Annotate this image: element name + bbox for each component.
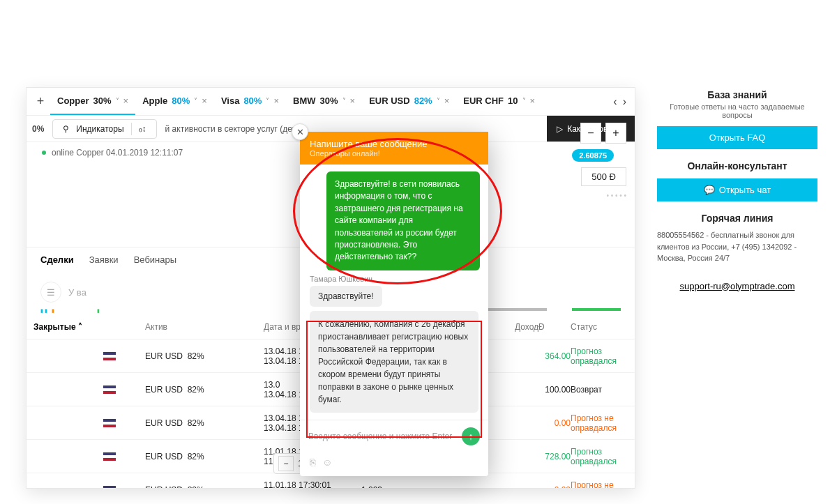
price-badge: 2.60875: [572, 149, 614, 162]
qty-minus-button[interactable]: −: [580, 123, 601, 144]
close-icon[interactable]: ×: [350, 96, 356, 106]
chat-title: Напишите ваше сообщение: [310, 139, 478, 149]
chat-operator-greeting: Здравствуйте!: [310, 286, 382, 307]
asset-tabs: + Copper 30% ˅ ×Apple 80% ˅ ×Visa 80% ˅ …: [27, 88, 635, 116]
col-asset: Актив: [145, 322, 264, 332]
settings-icon: ₀↕: [139, 124, 146, 134]
asset-tab-apple[interactable]: Apple 80% ˅ ×: [135, 88, 214, 115]
col-closed[interactable]: Закрытые ˄: [33, 322, 103, 332]
col-status: Статус: [571, 322, 635, 332]
indicators-label: Индикаторы: [76, 124, 123, 134]
tabs-prev-button[interactable]: ‹: [613, 96, 617, 108]
chat-avatar-icon: ☰: [40, 282, 61, 303]
open-chat-button[interactable]: 💬Открыть чат: [657, 178, 817, 201]
help-sidebar: База знаний Готовые ответы на часто зада…: [657, 89, 817, 291]
consult-title: Онлайн-консультант: [657, 160, 817, 171]
open-faq-button[interactable]: Открыть FAQ: [657, 126, 817, 149]
tf-minus[interactable]: −: [278, 456, 294, 471]
close-icon[interactable]: ×: [444, 96, 450, 106]
chevron-down-icon: ˅: [522, 97, 526, 105]
hotline-title: Горячая линия: [657, 213, 817, 224]
asset-tab-eur-usd[interactable]: EUR USD 82% ˅ ×: [362, 88, 456, 115]
online-status: online Copper 04.01.2019 12:11:07: [52, 148, 183, 158]
chat-input[interactable]: Введите сообщение и нажмите Enter: [308, 432, 456, 441]
amount-input[interactable]: 500 Đ: [581, 167, 626, 186]
trend-down-icon: ↘: [417, 485, 515, 489]
chat-user-message: Здравствуйте! в сети появилась информаци…: [326, 171, 480, 270]
dots: • • • • •: [606, 192, 626, 199]
zero-pct: 0%: [27, 124, 50, 134]
chevron-down-icon: ˅: [437, 97, 440, 105]
chevron-down-icon: ˅: [194, 97, 197, 105]
flag-icon: [103, 385, 116, 394]
chat-icon: 💬: [704, 185, 715, 195]
chevron-down-icon: ˅: [342, 97, 346, 105]
flag-icon: [103, 352, 116, 360]
close-icon[interactable]: ×: [530, 96, 536, 106]
close-icon[interactable]: ×: [123, 96, 129, 106]
support-email-link[interactable]: support-ru@olymptrade.com: [657, 281, 817, 291]
asset-tab-bmw[interactable]: BMW 30% ˅ ×: [286, 88, 362, 115]
emoji-icon[interactable]: ☺: [322, 457, 332, 468]
chat-operator-message: К сожалению, Компания с 26 декабря приос…: [310, 311, 478, 413]
qty-plus-button[interactable]: +: [605, 123, 626, 144]
flag-icon: [103, 419, 116, 427]
chat-close-button[interactable]: ✕: [292, 123, 308, 140]
news-ticker: й активности в секторе услуг (дек): [165, 124, 299, 134]
chat-widget: ✕ Напишите ваше сообщение Операторы онла…: [300, 132, 488, 476]
operator-name: Тамара Юшкевич: [310, 275, 478, 283]
col-income: ДоходĐ: [515, 322, 571, 332]
chat-header: Напишите ваше сообщение Операторы онлайн…: [300, 132, 488, 165]
hotline-text: 88005554562 - бесплатный звонок для клие…: [657, 229, 817, 264]
attach-icon[interactable]: ⎘: [310, 457, 315, 468]
asset-tab-visa[interactable]: Visa 80% ˅ ×: [214, 88, 286, 115]
kb-subtitle: Готовые ответы на часто задаваемые вопро…: [657, 102, 817, 119]
chat-input-area: Введите сообщение и нажмите Enter ↑: [300, 420, 488, 452]
asset-tab-copper[interactable]: Copper 30% ˅ ×: [50, 88, 135, 115]
online-dot-icon: [42, 151, 46, 155]
chevron-down-icon: ˅: [266, 97, 269, 105]
tab-deals[interactable]: Сделки: [40, 254, 74, 265]
tabs-next-button[interactable]: ›: [623, 96, 626, 108]
kb-title: База знаний: [657, 89, 817, 100]
flag-icon: [103, 452, 116, 461]
chevron-down-icon: ˅: [116, 97, 119, 105]
close-icon[interactable]: ×: [202, 96, 207, 106]
flag-icon: [103, 486, 116, 488]
add-tab-button[interactable]: +: [31, 94, 50, 109]
tab-orders[interactable]: Заявки: [89, 254, 119, 265]
person-icon: ⚲: [63, 124, 69, 134]
close-icon[interactable]: ×: [273, 96, 279, 106]
tab-webinars[interactable]: Вебинары: [134, 254, 176, 265]
asset-tab-eur-chf[interactable]: EUR CHF 10 ˅ ×: [456, 88, 542, 115]
chat-teaser: У ва: [68, 287, 86, 298]
indicators-pill[interactable]: ⚲ Индикаторы ₀↕: [52, 119, 156, 139]
chat-send-button[interactable]: ↑: [462, 427, 480, 445]
chat-subtitle: Операторы онлайн!: [310, 149, 478, 158]
